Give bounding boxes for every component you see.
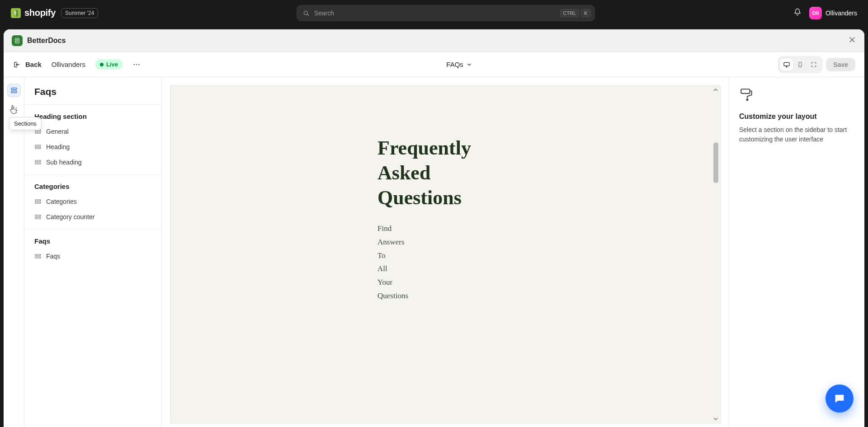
svg-point-10 bbox=[138, 64, 140, 65]
section-item-label: Faqs bbox=[46, 253, 60, 260]
right-panel-title: Customize your layout bbox=[739, 113, 854, 121]
section-item-label: Categories bbox=[46, 198, 77, 205]
scroll-up-icon[interactable] bbox=[712, 87, 719, 93]
scroll-track[interactable] bbox=[713, 95, 718, 414]
preview-content: Frequently Asked Questions Find Answers … bbox=[377, 136, 513, 303]
dots-horizontal-icon bbox=[132, 61, 141, 69]
block-icon bbox=[34, 159, 42, 166]
preview-canvas[interactable]: Frequently Asked Questions Find Answers … bbox=[170, 85, 721, 423]
shopify-topbar: shopify Summer '24 Search CTRL K Oll Oll… bbox=[0, 0, 868, 26]
svg-point-0 bbox=[304, 11, 307, 14]
kbd-ctrl: CTRL bbox=[560, 9, 580, 17]
preview-scrollbar[interactable] bbox=[712, 87, 719, 422]
svg-rect-29 bbox=[35, 254, 41, 256]
svg-rect-23 bbox=[35, 160, 41, 162]
toolbar-right: Save bbox=[778, 56, 855, 73]
section-group-faqs: Faqs bbox=[24, 230, 161, 249]
rail-sections-button[interactable] bbox=[7, 84, 21, 97]
scroll-thumb[interactable] bbox=[713, 142, 718, 183]
svg-point-8 bbox=[133, 64, 135, 65]
app-window-header: BetterDocs bbox=[4, 29, 864, 52]
rail-tooltip: Sections bbox=[9, 117, 42, 130]
svg-rect-24 bbox=[35, 163, 41, 164]
section-item-subheading[interactable]: Sub heading bbox=[24, 155, 161, 170]
app-icon bbox=[12, 35, 23, 46]
heading-line: Frequently bbox=[377, 137, 471, 159]
preview-heading: Frequently Asked Questions bbox=[377, 136, 513, 210]
viewport-mobile-button[interactable] bbox=[793, 58, 807, 71]
svg-rect-16 bbox=[11, 88, 17, 90]
viewport-desktop-button[interactable] bbox=[780, 58, 793, 71]
svg-rect-22 bbox=[35, 147, 41, 149]
svg-rect-11 bbox=[784, 62, 789, 66]
block-icon bbox=[34, 253, 42, 260]
cursor-pointer-icon bbox=[9, 104, 19, 115]
left-panel-title: Faqs bbox=[24, 77, 161, 105]
block-icon bbox=[34, 198, 42, 205]
svg-rect-20 bbox=[35, 132, 41, 133]
close-button[interactable] bbox=[848, 36, 856, 46]
sub-line: To bbox=[377, 249, 513, 263]
search-placeholder: Search bbox=[314, 9, 556, 17]
status-label: Live bbox=[106, 61, 118, 68]
block-icon bbox=[34, 213, 42, 221]
sub-line: Find bbox=[377, 222, 513, 235]
right-panel-subtitle: Select a section on the sidebar to start… bbox=[739, 125, 854, 144]
editor-rail: Sections bbox=[4, 77, 24, 427]
paint-roller-icon bbox=[739, 87, 755, 103]
svg-rect-25 bbox=[35, 200, 41, 201]
customize-icon bbox=[739, 87, 854, 104]
back-button[interactable]: Back bbox=[13, 61, 42, 69]
account-menu[interactable]: Oll Ollivanders bbox=[809, 7, 857, 19]
chat-icon bbox=[833, 392, 846, 405]
right-panel: Customize your layout Select a section o… bbox=[729, 77, 864, 427]
status-badge: Live bbox=[95, 59, 123, 70]
page-selector[interactable]: FAQs bbox=[446, 61, 472, 68]
topbar-right: Oll Ollivanders bbox=[793, 7, 857, 19]
exit-icon bbox=[13, 61, 21, 69]
chat-fab[interactable] bbox=[826, 385, 854, 413]
section-item-heading[interactable]: Heading bbox=[24, 139, 161, 155]
section-item-label: Category counter bbox=[46, 213, 94, 221]
heading-line: Questions bbox=[377, 187, 462, 209]
viewport-switcher bbox=[778, 56, 822, 73]
viewport-fullscreen-button[interactable] bbox=[807, 58, 821, 71]
section-item-label: Sub heading bbox=[46, 159, 82, 166]
preview-canvas-wrap: Frequently Asked Questions Find Answers … bbox=[162, 77, 729, 427]
svg-point-15 bbox=[800, 66, 801, 66]
block-icon bbox=[34, 143, 42, 150]
section-item-faqs[interactable]: Faqs bbox=[24, 249, 161, 264]
editor-body: Sections Faqs Heading section General He… bbox=[4, 77, 864, 427]
section-item-categories[interactable]: Categories bbox=[24, 194, 161, 209]
back-label: Back bbox=[25, 61, 42, 68]
desktop-icon bbox=[783, 61, 790, 68]
section-group-heading: Heading section bbox=[24, 105, 161, 124]
brand: shopify Summer '24 bbox=[11, 8, 98, 18]
scroll-down-icon[interactable] bbox=[712, 416, 719, 422]
global-search[interactable]: Search CTRL K bbox=[297, 5, 595, 21]
left-panel: Faqs Heading section General Heading Sub… bbox=[24, 77, 162, 427]
sub-line: Questions bbox=[377, 289, 513, 303]
sections-icon bbox=[10, 86, 18, 94]
save-button[interactable]: Save bbox=[826, 58, 855, 71]
section-item-label: General bbox=[46, 128, 69, 135]
page-title: FAQs bbox=[446, 61, 463, 68]
section-item-category-counter[interactable]: Category counter bbox=[24, 209, 161, 225]
section-group-categories: Categories bbox=[24, 175, 161, 194]
section-item-label: Heading bbox=[46, 143, 70, 150]
section-item-general[interactable]: General bbox=[24, 124, 161, 139]
svg-rect-28 bbox=[35, 217, 41, 219]
avatar: Oll bbox=[809, 7, 822, 19]
more-actions-button[interactable] bbox=[132, 61, 141, 69]
editor-toolbar: Back Ollivanders Live FAQs bbox=[4, 52, 864, 77]
notifications-button[interactable] bbox=[793, 8, 802, 19]
svg-rect-27 bbox=[35, 215, 41, 216]
store-name[interactable]: Ollivanders bbox=[52, 61, 85, 68]
chevron-down-icon bbox=[466, 61, 472, 68]
release-badge: Summer '24 bbox=[61, 8, 98, 18]
kbd-k: K bbox=[581, 9, 590, 17]
bell-icon bbox=[793, 8, 802, 17]
app-window: BetterDocs Back Ollivanders Live FAQs bbox=[4, 29, 864, 427]
status-dot-icon bbox=[100, 63, 104, 66]
brand-name: shopify bbox=[24, 8, 56, 18]
